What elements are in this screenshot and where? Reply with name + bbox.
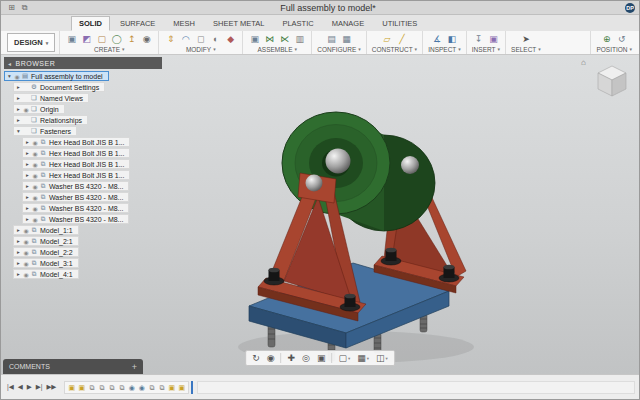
tree-item-washer[interactable]: ▸◉⧉Washer BS 4320 - M8... (22, 192, 129, 202)
tree-item-component[interactable]: ▸◉⧉Model_1:1 (13, 225, 79, 235)
visibility-eye-icon[interactable]: ◉ (22, 260, 30, 267)
expand-arrow-icon[interactable]: ▸ (24, 183, 31, 189)
config-table-icon[interactable]: ▦ (340, 33, 353, 45)
tree-item-component[interactable]: ▸◉⧉Model_3:1 (13, 258, 79, 268)
timeline-feature-icon[interactable]: ◉ (127, 383, 136, 392)
new-component-icon[interactable]: ▣ (65, 33, 78, 45)
tree-item-component[interactable]: ▸◉⧉Model_2:2 (13, 247, 79, 257)
expand-arrow-icon[interactable]: ▸ (15, 238, 22, 244)
configuration-icon[interactable]: ▤ (325, 33, 338, 45)
expand-arrow-icon[interactable]: ▸ (15, 271, 22, 277)
timeline-go-to-end-button[interactable]: ▶▶ (44, 383, 58, 391)
visibility-eye-icon[interactable]: ◉ (31, 172, 39, 179)
tree-item-document-settings[interactable]: ▸⚙Document Settings (13, 82, 105, 92)
visibility-eye-icon[interactable]: ◉ (13, 73, 21, 80)
shaft-hub-sphere[interactable] (326, 149, 351, 174)
select-menu-button[interactable]: SELECT▾ (511, 46, 541, 53)
expand-arrow-icon[interactable]: ▸ (24, 205, 31, 211)
joint-icon[interactable]: ⋈ (263, 33, 276, 45)
expand-arrow-icon[interactable]: ▸ (24, 139, 31, 145)
timeline-feature-icon[interactable]: ⧉ (117, 383, 126, 392)
timeline-play-button[interactable]: ▶ (25, 383, 34, 391)
tree-item-hex-bolt[interactable]: ▸◉⧉Hex Head Bolt JIS B 1... (22, 148, 130, 158)
shaft-end-sphere[interactable] (401, 156, 419, 174)
view-cube[interactable]: ⌂ (585, 61, 631, 101)
orbit-icon[interactable]: ↻ (249, 352, 263, 364)
timeline-feature-icon[interactable]: ▣ (177, 383, 186, 392)
workspace-switcher[interactable]: DESIGN ▾ (7, 33, 55, 52)
tree-item-component[interactable]: ▸◉⧉Model_2:1 (13, 236, 79, 246)
decal-icon[interactable]: ▣ (487, 33, 500, 45)
visibility-eye-icon[interactable]: ◉ (22, 249, 30, 256)
comments-bar[interactable]: COMMENTS + (3, 359, 143, 374)
expand-arrow-icon[interactable]: ▸ (15, 260, 22, 266)
tree-item-hex-bolt[interactable]: ▸◉⧉Hex Head Bolt JIS B 1... (22, 170, 130, 180)
data-panel-icon[interactable]: ⧉ (18, 3, 31, 13)
timeline-feature-icon[interactable]: ⧉ (157, 383, 166, 392)
expand-arrow-icon[interactable]: ▸ (24, 161, 31, 167)
tree-item-washer[interactable]: ▸◉⧉Washer BS 4320 - M8... (22, 181, 129, 191)
visibility-eye-icon[interactable]: ◉ (31, 205, 39, 212)
visibility-eye-icon[interactable]: ◉ (31, 183, 39, 190)
tree-item-named-views[interactable]: ▸❏Named Views (13, 93, 89, 103)
collapse-panel-icon[interactable]: ◂ (8, 60, 12, 67)
visibility-eye-icon[interactable]: ◉ (31, 194, 39, 201)
fillet-icon[interactable]: ◠ (179, 33, 192, 45)
visibility-eye-icon[interactable]: ◉ (31, 216, 39, 223)
expand-arrow-icon[interactable]: ▸ (15, 84, 22, 90)
insert-menu-button[interactable]: INSERT▾ (472, 46, 500, 53)
assemble-menu-button[interactable]: ASSEMBLE▾ (258, 46, 298, 53)
tab-manage[interactable]: MANAGE (324, 16, 373, 31)
shell-icon[interactable]: ◻ (194, 33, 207, 45)
timeline-position-marker[interactable] (191, 381, 193, 394)
tree-item-hex-bolt[interactable]: ▸◉⧉Hex Head Bolt JIS B 1... (22, 159, 130, 169)
create-menu-button[interactable]: CREATE▾ (94, 46, 124, 53)
tree-item-washer[interactable]: ▸◉⧉Washer BS 4320 - M8... (22, 214, 129, 224)
user-avatar[interactable]: DP (625, 3, 635, 13)
expand-arrow-icon[interactable]: ▸ (15, 117, 22, 123)
front-shaft-sphere[interactable] (306, 175, 323, 192)
offset-plane-icon[interactable]: ▱ (380, 33, 393, 45)
tab-plastic[interactable]: PLASTIC (274, 16, 321, 31)
timeline-feature-icon[interactable]: ⧉ (107, 383, 116, 392)
construct-menu-button[interactable]: CONSTRUCT▾ (372, 46, 417, 53)
timeline-step-forward-button[interactable]: ▶| (34, 383, 45, 391)
tab-sheet-metal[interactable]: SHEET METAL (205, 16, 272, 31)
inspect-menu-button[interactable]: INSPECT▾ (428, 46, 461, 53)
fit-icon[interactable]: ▣ (314, 352, 329, 364)
viewport[interactable]: ◂ BROWSER ▾◉▤Full assembly to model ▸⚙Do… (1, 55, 639, 374)
visibility-eye-icon[interactable]: ◉ (31, 161, 39, 168)
tree-item-hex-bolt[interactable]: ▸◉⧉Hex Head Bolt JIS B 1... (22, 137, 130, 147)
expand-arrow-icon[interactable]: ▸ (15, 227, 22, 233)
modify-menu-button[interactable]: MODIFY▾ (186, 46, 216, 53)
grid-settings-icon[interactable]: ▦▾ (354, 352, 372, 364)
tab-utilities[interactable]: UTILITIES (374, 16, 425, 31)
timeline-feature-icon[interactable]: ⧉ (97, 383, 106, 392)
tree-item-origin[interactable]: ▸◉❏Origin (13, 104, 65, 114)
measure-icon[interactable]: ∡ (430, 33, 443, 45)
tree-item-relationships[interactable]: ▸❏Relationships (13, 115, 88, 125)
tab-surface[interactable]: SURFACE (112, 16, 163, 31)
viewports-icon[interactable]: ◫▾ (373, 352, 391, 364)
zoom-icon[interactable]: ◎ (299, 352, 313, 364)
timeline-step-back-button[interactable]: ◀ (16, 383, 25, 391)
expand-arrow-icon[interactable]: ▸ (24, 216, 31, 222)
visibility-eye-icon[interactable]: ◉ (31, 139, 39, 146)
position-menu-button[interactable]: POSITION▾ (596, 46, 632, 53)
browser-header[interactable]: ◂ BROWSER (4, 57, 162, 69)
assemble-component-icon[interactable]: ▣ (248, 33, 261, 45)
expand-arrow-icon[interactable]: ▸ (24, 150, 31, 156)
as-built-joint-icon[interactable]: ⋉ (278, 33, 291, 45)
extrude-icon[interactable]: ↥ (125, 33, 138, 45)
visibility-eye-icon[interactable]: ◉ (22, 271, 30, 278)
display-settings-icon[interactable]: ▢▾ (335, 352, 353, 364)
add-comment-button[interactable]: + (132, 362, 137, 372)
tab-solid[interactable]: SOLID (71, 16, 110, 31)
apps-grid-icon[interactable]: ⊞ (5, 3, 18, 12)
capture-position-icon[interactable]: ⊕ (600, 33, 613, 45)
expand-arrow-icon[interactable]: ▸ (15, 249, 22, 255)
timeline-feature-icon[interactable]: ⧉ (147, 383, 156, 392)
timeline-feature-icon[interactable]: ▣ (77, 383, 86, 392)
revert-position-icon[interactable]: ↺ (615, 33, 628, 45)
cylinder-primitive-icon[interactable]: ◯ (110, 33, 123, 45)
